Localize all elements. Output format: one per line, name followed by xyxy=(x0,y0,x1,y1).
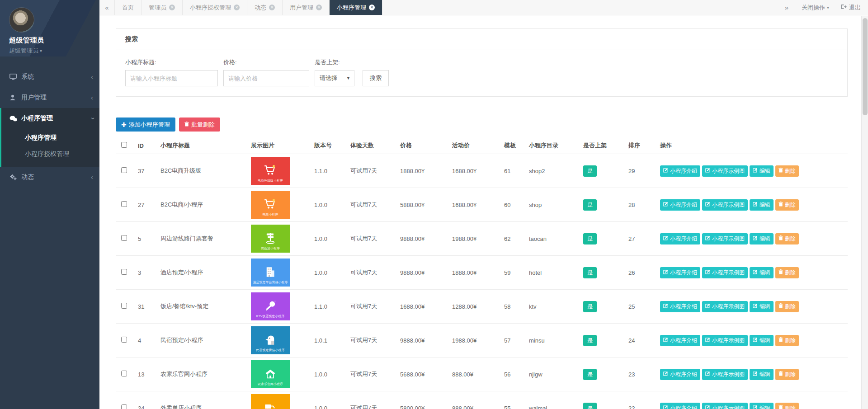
tab-用户管理[interactable]: 用户管理✕ xyxy=(283,0,330,15)
row-action-删除-button[interactable]: 删除 xyxy=(775,267,799,278)
tab-close-icon[interactable]: ✕ xyxy=(169,5,175,10)
row-action-小程序示例图-button[interactable]: 小程序示例图 xyxy=(702,165,748,177)
chevron-left-icon: ‹ xyxy=(91,95,93,100)
row-price: 1888.00¥ xyxy=(398,154,450,188)
row-template: 61 xyxy=(502,154,527,188)
row-action-删除-button[interactable]: 删除 xyxy=(775,301,799,312)
thumbnail-caption: 周边游小程序 xyxy=(251,246,290,251)
row-action-删除-button[interactable]: 删除 xyxy=(775,165,799,177)
row-action-删除-button[interactable]: 删除 xyxy=(775,369,799,380)
row-action-编辑-button[interactable]: 编辑 xyxy=(750,369,774,380)
row-action-小程序介绍-button[interactable]: 小程序介绍 xyxy=(660,403,700,409)
row-checkbox[interactable] xyxy=(121,303,127,309)
avatar[interactable] xyxy=(9,7,34,33)
tab-管理员[interactable]: 管理员✕ xyxy=(142,0,183,15)
row-action-小程序示例图-button[interactable]: 小程序示例图 xyxy=(702,233,748,244)
row-action-小程序示例图-button[interactable]: 小程序示例图 xyxy=(702,301,748,312)
row-action-删除-button[interactable]: 删除 xyxy=(775,199,799,211)
row-action-小程序介绍-button[interactable]: 小程序介绍 xyxy=(660,199,700,211)
on-shelf-badge: 是 xyxy=(583,301,597,312)
tab-close-icon[interactable]: ✕ xyxy=(269,5,275,10)
row-select-cell xyxy=(116,391,136,409)
sidebar-item-用户管理[interactable]: 用户管理‹ xyxy=(0,87,99,108)
logout-button[interactable]: 退出 xyxy=(836,0,868,15)
thumbnail-caption: 电商升级版小程序 xyxy=(251,179,290,183)
row-action-编辑-button[interactable]: 编辑 xyxy=(750,199,774,211)
row-checkbox[interactable] xyxy=(121,201,127,207)
scrollbar-thumb[interactable] xyxy=(863,18,868,115)
edit-icon xyxy=(705,202,710,208)
row-action-编辑-button[interactable]: 编辑 xyxy=(750,403,774,409)
tab-close-icon[interactable]: ✕ xyxy=(369,5,375,10)
price-input[interactable] xyxy=(223,70,309,86)
tab-首页[interactable]: 首页 xyxy=(115,0,142,15)
sidebar-item-动态[interactable]: 动态‹ xyxy=(0,167,99,188)
batch-delete-button[interactable]: 批量删除 xyxy=(179,118,220,132)
add-miniprogram-button[interactable]: ✚添加小程序管理 xyxy=(116,118,175,132)
row-action-编辑-button[interactable]: 编辑 xyxy=(750,335,774,346)
row-title: 周边游线路门票套餐 xyxy=(159,222,249,256)
row-checkbox[interactable] xyxy=(121,404,127,409)
row-action-删除-button[interactable]: 删除 xyxy=(775,335,799,346)
row-checkbox[interactable] xyxy=(121,337,127,343)
row-action-编辑-button[interactable]: 编辑 xyxy=(750,267,774,278)
close-operations-dropdown[interactable]: 关闭操作▾ xyxy=(794,0,836,15)
vertical-scrollbar[interactable] xyxy=(861,16,868,409)
trash-icon xyxy=(778,337,783,343)
row-action-小程序介绍-button[interactable]: 小程序介绍 xyxy=(660,233,700,244)
row-action-小程序示例图-button[interactable]: 小程序示例图 xyxy=(702,267,748,278)
row-action-编辑-button[interactable]: 编辑 xyxy=(750,165,774,177)
sidebar-item-系统[interactable]: 系统‹ xyxy=(0,66,99,87)
table-row: 13农家乐官网小程序农家乐官网小程序1.0.0可试用7天5688.00¥888.… xyxy=(116,357,848,391)
tabs-scroll-right-icon[interactable]: » xyxy=(779,0,794,15)
chevron-down-icon: ▾ xyxy=(827,5,829,10)
row-action-小程序示例图-button[interactable]: 小程序示例图 xyxy=(702,335,748,346)
role-dropdown[interactable]: 超级管理员▾ xyxy=(9,47,99,55)
row-action-小程序示例图-button[interactable]: 小程序示例图 xyxy=(702,199,748,211)
row-action-小程序示例图-button[interactable]: 小程序示例图 xyxy=(702,403,748,409)
title-input[interactable] xyxy=(125,70,218,86)
row-action-小程序示例图-button[interactable]: 小程序示例图 xyxy=(702,369,748,380)
tab-小程序管理[interactable]: 小程序管理✕ xyxy=(330,0,382,15)
row-directory: minsu xyxy=(527,324,581,357)
on-shelf-select[interactable]: 请选择▼ xyxy=(315,70,354,86)
tab-close-icon[interactable]: ✕ xyxy=(234,5,240,10)
row-action-小程序介绍-button[interactable]: 小程序介绍 xyxy=(660,301,700,312)
row-checkbox[interactable] xyxy=(121,269,127,275)
row-trial: 可试用7天 xyxy=(349,324,398,357)
row-action-小程序介绍-button[interactable]: 小程序介绍 xyxy=(660,335,700,346)
row-checkbox[interactable] xyxy=(121,167,127,173)
row-directory: ktv xyxy=(527,290,581,324)
row-select-cell xyxy=(116,256,136,290)
app-thumbnail: 民宿预定青佳小程序 xyxy=(251,326,290,354)
app-thumbnail: 农家乐官网小程序 xyxy=(251,360,290,388)
column-header: 排序 xyxy=(627,137,658,154)
tabs-scroll-left-icon[interactable]: « xyxy=(99,0,115,15)
app-thumbnail: 周边游小程序 xyxy=(251,225,290,253)
column-header: ID xyxy=(136,137,159,154)
table-row: 5周边游线路门票套餐周边游小程序1.0.0可试用7天9888.00¥1988.0… xyxy=(116,222,848,256)
row-template: 62 xyxy=(502,222,527,256)
tab-label: 管理员 xyxy=(149,4,166,12)
row-checkbox[interactable] xyxy=(121,235,127,241)
row-action-小程序介绍-button[interactable]: 小程序介绍 xyxy=(660,369,700,380)
row-trial: 可试用7天 xyxy=(349,290,398,324)
row-action-编辑-button[interactable]: 编辑 xyxy=(750,233,774,244)
select-all-checkbox[interactable] xyxy=(121,142,127,148)
tab-小程序授权管理[interactable]: 小程序授权管理✕ xyxy=(183,0,247,15)
sidebar-subitem-小程序管理[interactable]: 小程序管理 xyxy=(1,130,99,146)
tab-动态[interactable]: 动态✕ xyxy=(247,0,283,15)
row-action-删除-button[interactable]: 删除 xyxy=(775,403,799,409)
row-action-编辑-button[interactable]: 编辑 xyxy=(750,301,774,312)
row-action-小程序介绍-button[interactable]: 小程序介绍 xyxy=(660,267,700,278)
row-action-删除-button[interactable]: 删除 xyxy=(775,233,799,244)
sidebar-item-小程序管理[interactable]: 小程序管理‹ xyxy=(1,108,99,129)
row-action-小程序介绍-button[interactable]: 小程序介绍 xyxy=(660,165,700,177)
edit-icon xyxy=(663,235,668,242)
sidebar-subitem-小程序授权管理[interactable]: 小程序授权管理 xyxy=(1,146,99,162)
row-checkbox[interactable] xyxy=(121,371,127,376)
tab-close-icon[interactable]: ✕ xyxy=(316,5,322,10)
search-button[interactable]: 搜索 xyxy=(363,70,389,86)
on-shelf-badge: 是 xyxy=(583,233,597,244)
column-header: 操作 xyxy=(658,137,848,154)
